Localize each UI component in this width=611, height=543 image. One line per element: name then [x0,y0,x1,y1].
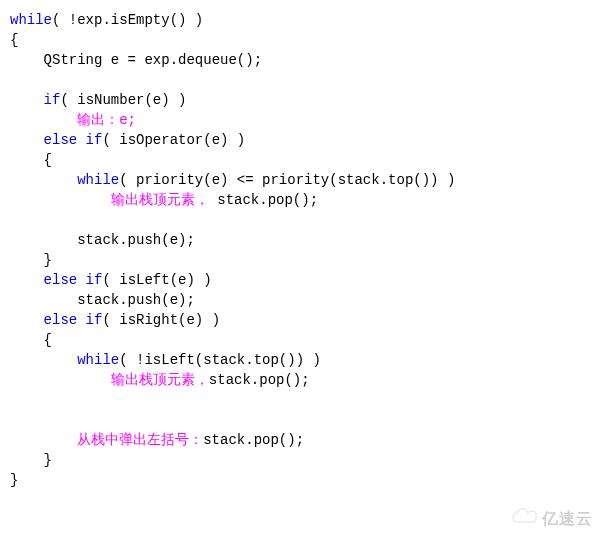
code-text: stack.push(e); [10,292,195,308]
code-text: ( priority(e) <= priority(stack.top()) ) [119,172,455,188]
code-text [10,92,44,108]
keyword-while: while [77,172,119,188]
code-text: } [10,472,18,488]
code-text [10,172,77,188]
code-text: ( !exp.isEmpty() ) [52,12,203,28]
code-text: } [10,452,52,468]
code-text: ( isNumber(e) ) [60,92,186,108]
code-text [10,132,44,148]
code-text: ( !isLeft(stack.top()) ) [119,352,321,368]
keyword-else-if: else if [44,272,103,288]
code-text [10,192,111,208]
keyword-while: while [10,12,52,28]
code-text [10,432,77,448]
code-text: ( isLeft(e) ) [102,272,211,288]
code-text [10,352,77,368]
code-text: stack.push(e); [10,232,195,248]
comment-pop-left: 从栈中弹出左括号： [77,432,203,448]
code-text: ( isOperator(e) ) [102,132,245,148]
code-text [10,312,44,328]
watermark: 亿速云 [512,508,593,529]
keyword-while: while [77,352,119,368]
code-block: while( !exp.isEmpty() ) { QString e = ex… [10,10,601,490]
code-text: ( isRight(e) ) [102,312,220,328]
keyword-else-if: else if [44,312,103,328]
code-text: { [10,332,52,348]
code-text [10,112,77,128]
comment-output-top: 输出栈顶元素， [111,192,209,208]
code-text [10,272,44,288]
comment-output-top: 输出栈顶元素， [111,372,209,388]
code-text: } [10,252,52,268]
watermark-text: 亿速云 [542,509,593,529]
code-text: QString e = exp.dequeue(); [10,52,262,68]
code-text [10,372,111,388]
keyword-else-if: else if [44,132,103,148]
code-text: stack.pop(); [209,372,310,388]
code-text: { [10,32,18,48]
code-text: stack.pop(); [209,192,318,208]
comment-output: 输出：e; [77,112,136,128]
code-text: { [10,152,52,168]
cloud-icon [512,508,538,529]
code-text: stack.pop(); [203,432,304,448]
keyword-if: if [44,92,61,108]
